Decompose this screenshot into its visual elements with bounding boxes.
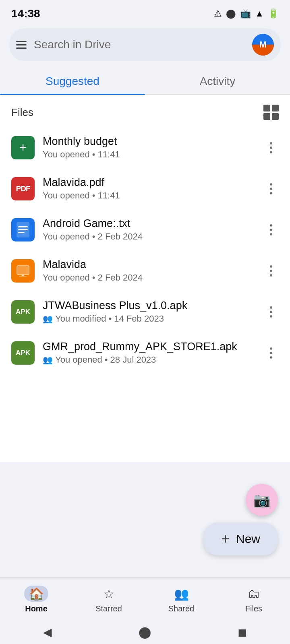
plus-icon: + [221,530,230,547]
file-name: Malavida [43,258,255,271]
more-options-button[interactable] [263,181,279,196]
three-dots-icon [270,142,272,153]
list-item[interactable]: PDF Malavida.pdf You opened • 11:41 [0,168,290,209]
list-item[interactable]: APK GMR_prod_Rummy_APK_STORE1.apk 👥 You … [0,332,290,374]
more-options-button[interactable] [263,263,279,279]
nav-item-home[interactable]: 🏠 Home [0,578,72,620]
file-meta: 👥 You opened • 28 Jul 2023 [43,355,255,365]
camera-icon: 📷 [253,492,270,508]
list-item[interactable]: Malavida You opened • 2 Feb 2024 [0,250,290,291]
scan-fab-button[interactable]: 📷 [246,484,278,516]
nav-item-starred[interactable]: ☆ Starred [72,578,145,620]
three-dots-icon [270,347,272,359]
list-item[interactable]: Android Game:.txt You opened • 2 Feb 202… [0,209,290,250]
three-dots-icon [270,306,272,318]
list-item[interactable]: Monthly budget You opened • 11:41 [0,127,290,168]
starred-icon-wrap: ☆ [97,586,121,602]
more-options-button[interactable] [263,345,279,361]
files-header: Files [0,95,290,127]
nav-item-shared[interactable]: 👥 Shared [145,578,218,620]
file-meta: You opened • 2 Feb 2024 [43,231,255,242]
status-bar: 14:38 ⚠ ⬤ 📺 ▲ 🔋 [0,0,290,24]
more-options-button[interactable] [263,140,279,155]
circle-icon: ⬤ [226,8,236,19]
apk-icon: APK [11,300,35,324]
file-info: JTWABusiness Plus_v1.0.apk 👥 You modifie… [43,299,255,324]
file-name: Malavida.pdf [43,176,255,189]
new-fab-label: New [236,532,260,546]
file-name: GMR_prod_Rummy_APK_STORE1.apk [43,341,255,353]
new-fab-button[interactable]: + New [203,522,278,555]
nav-label-shared: Shared [168,604,195,613]
docs-icon [11,218,35,242]
svg-rect-6 [19,276,27,277]
svg-rect-2 [18,229,28,230]
file-name: Monthly budget [43,135,255,148]
file-info: Malavida.pdf You opened • 11:41 [43,176,255,201]
svg-rect-3 [18,232,25,233]
bottom-navigation: 🏠 Home ☆ Starred 👥 Shared 🗂 Files [0,577,290,620]
more-options-button[interactable] [263,304,279,320]
sheets-icon [11,136,35,159]
files-section-title: Files [11,106,33,119]
file-meta: You opened • 11:41 [43,190,255,201]
pdf-icon: PDF [11,177,35,200]
nav-label-home: Home [25,604,48,613]
shared-meta-icon: 👥 [43,355,53,365]
grid-view-icon[interactable] [263,105,279,120]
search-placeholder[interactable]: Search in Drive [34,38,245,51]
home-icon: 🏠 [29,587,44,601]
star-icon: ☆ [104,587,114,601]
slides-icon [11,259,35,283]
tab-activity[interactable]: Activity [145,66,290,94]
shared-icon-wrap: 👥 [169,586,193,602]
file-meta: 👥 You modified • 14 Feb 2023 [43,314,255,324]
home-button[interactable]: ⬤ [139,625,151,639]
nav-label-starred: Starred [95,604,122,613]
cast-icon: 📺 [240,8,251,19]
file-info: Android Game:.txt You opened • 2 Feb 202… [43,217,255,242]
svg-rect-5 [22,275,24,276]
main-content: Files Monthly budget You opened • 11:41 [0,95,290,462]
status-time: 14:38 [11,7,40,20]
file-list: Monthly budget You opened • 11:41 PDF Ma… [0,127,290,374]
nav-item-files[interactable]: 🗂 Files [218,578,290,620]
file-name: JTWABusiness Plus_v1.0.apk [43,299,255,312]
wifi-icon: ▲ [255,8,264,19]
tab-suggested[interactable]: Suggested [0,66,145,94]
hamburger-menu-icon[interactable] [16,41,27,49]
svg-rect-4 [17,266,29,275]
home-icon-wrap: 🏠 [24,586,48,602]
system-nav-bar: ◀ ⬤ ◼ [0,620,290,644]
file-info: GMR_prod_Rummy_APK_STORE1.apk 👥 You open… [43,341,255,365]
files-icon: 🗂 [248,587,260,601]
nav-label-files: Files [245,604,262,613]
file-info: Malavida You opened • 2 Feb 2024 [43,258,255,283]
three-dots-icon [270,183,272,194]
svg-rect-1 [18,226,28,227]
file-info: Monthly budget You opened • 11:41 [43,135,255,160]
list-item[interactable]: APK JTWABusiness Plus_v1.0.apk 👥 You mod… [0,291,290,332]
battery-icon: 🔋 [268,8,279,19]
shared-icon: 👥 [174,587,189,601]
file-name: Android Game:.txt [43,217,255,230]
tabs-bar: Suggested Activity [0,66,290,95]
more-options-button[interactable] [263,222,279,237]
recent-button[interactable]: ◼ [238,625,247,639]
three-dots-icon [270,224,272,235]
file-meta: You opened • 2 Feb 2024 [43,272,255,283]
avatar-letter: M [259,39,267,50]
apk-icon: APK [11,341,35,365]
fab-area: 📷 + New [203,484,278,555]
shared-meta-icon: 👥 [43,314,53,324]
status-icons: ⚠ ⬤ 📺 ▲ 🔋 [214,8,279,19]
three-dots-icon [270,265,272,277]
search-bar[interactable]: Search in Drive M [9,28,281,61]
search-bar-container: Search in Drive M [0,24,290,66]
file-meta: You opened • 11:41 [43,149,255,160]
avatar[interactable]: M [252,34,274,56]
files-icon-wrap: 🗂 [242,586,266,602]
notification-icon: ⚠ [214,8,222,19]
back-button[interactable]: ◀ [43,625,52,639]
